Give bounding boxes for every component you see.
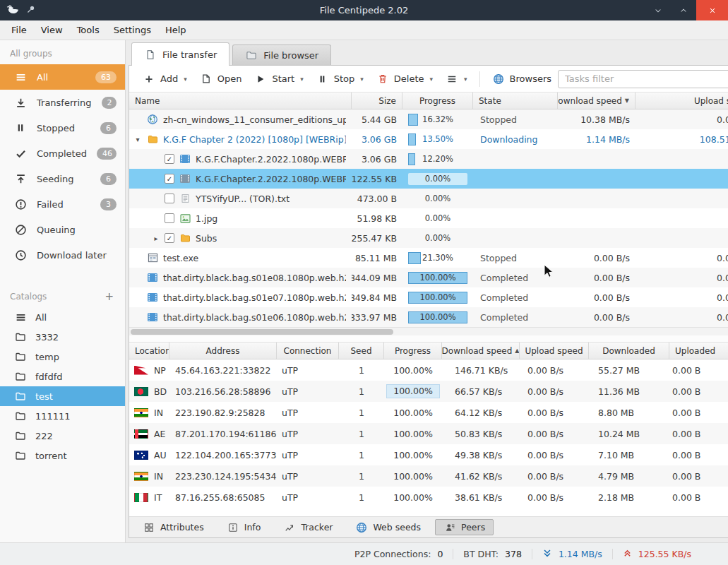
peer-row[interactable]: NP45.64.163.221:33822uTP1100.00%146.71 K… [129, 359, 728, 381]
catalog-temp[interactable]: temp [0, 347, 125, 367]
sidebar-group-queuing[interactable]: Queuing [0, 217, 125, 242]
peer-uploaded: 0.00 B [669, 487, 728, 508]
sidebar-group-download-later[interactable]: Download later [0, 242, 125, 268]
bottom-tab-web-seeds[interactable]: Web seeds [347, 519, 429, 535]
task-row[interactable]: ▾K.G.F Chapter 2 (2022) [1080p] [WEBRip]… [129, 129, 728, 149]
file-checkbox[interactable]: ✓ [165, 154, 174, 164]
peer-row[interactable]: AU122.104.200.165:37738uTP1100.00%49.38 … [129, 444, 728, 465]
menu-settings[interactable]: Settings [107, 22, 158, 38]
tasks-column-size[interactable]: Size [352, 93, 402, 109]
peers-column-progress[interactable]: Progress [384, 343, 442, 359]
task-row[interactable]: YTSYifyUP... (TOR).txt473.00 B0.00% [129, 189, 728, 208]
catalog-torrent[interactable]: torrent [0, 446, 125, 465]
sidebar-group-failed[interactable]: Failed3 [0, 191, 125, 217]
tasks-column-download-speed[interactable]: Download speed▼ [558, 93, 635, 109]
tasks-column-name[interactable]: Name [129, 93, 352, 109]
peer-row[interactable]: AE87.201.170.194:61186uTP1100.00%50.83 K… [129, 423, 728, 444]
bottom-tab-peers[interactable]: Peers [435, 519, 494, 535]
bottom-tab-label: Tracker [301, 522, 333, 533]
file-checkbox[interactable] [165, 213, 174, 223]
task-row[interactable]: ▸✓Subs255.47 KB0.00% [129, 228, 728, 248]
add-button[interactable]: Add▾ [136, 69, 193, 88]
file-checkbox[interactable] [165, 194, 174, 203]
task-row[interactable]: that.dirty.black.bag.s01e07.1080p.web.h2… [129, 287, 728, 307]
sidebar-group-seeding[interactable]: Seeding6 [0, 166, 125, 191]
tab-file-browser[interactable]: File browser [232, 44, 331, 65]
peer-progress-cell: 100.00% [384, 402, 442, 423]
bottom-tab-tracker[interactable]: Tracker [275, 519, 341, 535]
peers-column-location[interactable]: Location [129, 343, 169, 359]
close-button[interactable] [696, 0, 728, 20]
tasks-filter-input[interactable] [559, 73, 728, 84]
sidebar-group-transferring[interactable]: Transferring2 [0, 90, 125, 115]
video-icon [146, 273, 159, 282]
peer-row[interactable]: IT87.16.255.68:65085uTP1100.00%38.61 KB/… [129, 487, 728, 508]
sidebar-group-stopped[interactable]: Stopped6 [0, 115, 125, 141]
peer-row[interactable]: BD103.216.56.28:58896uTP1100.00%66.57 KB… [129, 381, 728, 402]
menu-view[interactable]: View [34, 22, 70, 38]
expander-collapsed-icon[interactable]: ▸ [152, 234, 160, 242]
catalog-111111[interactable]: 111111 [0, 406, 125, 426]
minimize-button[interactable] [645, 0, 671, 20]
bottom-tab-info[interactable]: Info [218, 519, 270, 535]
task-row[interactable]: ✓K.G.F.Chapter.2.2022.1080p.WEBRip.x…122… [129, 169, 728, 189]
menu-help[interactable]: Help [158, 22, 193, 38]
peer-row[interactable]: IN223.230.124.195:54348uTP1100.00%41.62 … [129, 465, 728, 487]
horizontal-scrollbar[interactable] [129, 327, 728, 335]
menu-file[interactable]: File [4, 22, 34, 38]
tasks-column-upload-speed[interactable]: Upload speed [635, 93, 728, 109]
clock-icon [14, 249, 27, 261]
task-row[interactable]: that.dirty.black.bag.s01e08.1080p.web.h2… [129, 268, 728, 287]
peer-location-cell: NP [129, 359, 169, 381]
catalog-all[interactable]: All [0, 307, 125, 327]
expander-expanded-icon[interactable]: ▾ [133, 136, 142, 143]
peers-column-uploaded[interactable]: Uploaded [669, 343, 728, 359]
task-download-speed [558, 189, 635, 208]
peers-column-connection[interactable]: Connection [277, 343, 339, 359]
add-catalog-button[interactable]: + [105, 293, 114, 300]
bottom-tab-attributes[interactable]: Attributes [134, 519, 213, 535]
dropdown-caret-icon: ▾ [184, 76, 187, 83]
peers-column-seed[interactable]: Seed [339, 343, 384, 359]
sidebar-group-completed[interactable]: Completed46 [0, 141, 125, 166]
peer-seed: 1 [339, 359, 384, 381]
stop-button[interactable]: Stop▾ [310, 69, 370, 88]
peers-column-upload-speed[interactable]: Upload speed [520, 343, 589, 359]
catalog-fdfdfd[interactable]: fdfdfd [0, 367, 125, 386]
peer-seed: 1 [339, 423, 384, 444]
tab-file-transfer[interactable]: File transfer [131, 42, 229, 66]
catalog-3332[interactable]: 3332 [0, 327, 125, 347]
open-button[interactable]: Open [193, 69, 249, 88]
tab-strip: File transferFile browser [129, 40, 728, 65]
browsers-button[interactable]: Browsers [486, 69, 558, 89]
panel-splitter[interactable] [129, 335, 728, 343]
pin-icon[interactable] [26, 5, 35, 16]
file-checkbox[interactable]: ✓ [165, 233, 174, 243]
task-menu-button[interactable]: ▾ [439, 70, 474, 88]
menu-tools[interactable]: Tools [70, 22, 107, 38]
task-row[interactable]: zh-cn_windows_11_consumer_editions_upd…5… [129, 109, 728, 129]
maximize-button[interactable] [671, 0, 696, 20]
task-row[interactable]: ✓K.G.F.Chapter.2.2022.1080p.WEBRip.x…3.0… [129, 149, 728, 169]
peers-column-downloaded[interactable]: Downloaded [589, 343, 669, 359]
start-button[interactable]: Start▾ [248, 69, 309, 88]
task-row[interactable]: that.dirty.black.bag.s01e06.1080p.web.h2… [129, 307, 728, 327]
peers-column-download-speed[interactable]: Download speed▲ [442, 343, 520, 359]
sidebar-group-all[interactable]: All63 [0, 64, 125, 90]
tasks-column-progress[interactable]: Progress [402, 93, 473, 109]
task-row[interactable]: 1.jpg51.98 KB0.00% [129, 208, 728, 228]
delete-button[interactable]: Delete▾ [370, 69, 439, 88]
file-checkbox[interactable]: ✓ [165, 174, 174, 184]
task-download-speed: 10.38 MB/s [558, 109, 635, 129]
horizontal-scrollbar-thumb[interactable] [131, 329, 393, 335]
task-name: YTSYifyUP... (TOR).txt [196, 194, 290, 204]
task-size: 844.09 MB [352, 268, 402, 287]
task-row[interactable]: test.exe85.11 MB21.30%Stopped0.00 B/s0.0… [129, 248, 728, 268]
catalog-222[interactable]: 222 [0, 426, 125, 446]
task-upload-speed: 0.00 B/s [635, 287, 728, 307]
peer-row[interactable]: IN223.190.82.9:25828uTP1100.00%64.12 KB/… [129, 402, 728, 423]
catalog-test[interactable]: test [0, 386, 125, 406]
tasks-column-state[interactable]: State [473, 93, 558, 109]
peers-column-address[interactable]: Address [169, 343, 277, 359]
column-label: Upload speed [694, 96, 728, 106]
